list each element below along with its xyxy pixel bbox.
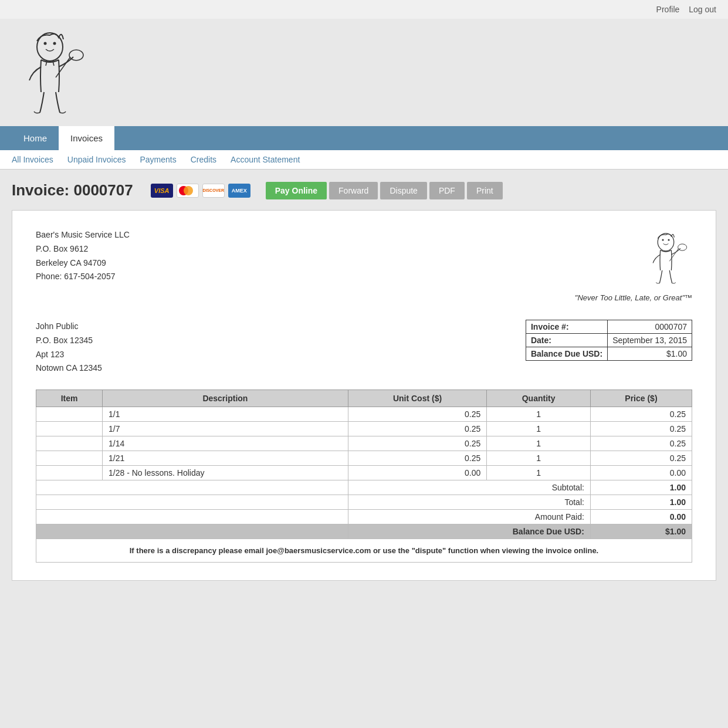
subnav-payments[interactable]: Payments <box>140 155 176 164</box>
balance-due-label: Balance Due USD: <box>348 524 590 539</box>
subnav-all-invoices[interactable]: All Invoices <box>12 155 53 164</box>
table-row: 1/7 0.25 1 0.25 <box>36 422 692 436</box>
svg-point-1 <box>44 42 47 45</box>
forward-button[interactable]: Forward <box>329 182 378 199</box>
amount-paid-value: 0.00 <box>590 510 692 524</box>
row4-qty: 1 <box>487 451 591 466</box>
invoice-num-value: 0000707 <box>608 320 692 334</box>
company-name: Baer's Music Service LLC <box>36 228 130 242</box>
invoice-top-section: Baer's Music Service LLC P.O. Box 9612 B… <box>36 228 692 302</box>
logout-link[interactable]: Log out <box>689 5 716 14</box>
row2-unit-cost: 0.25 <box>348 422 487 436</box>
company-tagline: "Never Too Little, Late, or Great"™ <box>575 293 692 302</box>
row1-qty: 1 <box>487 407 591 422</box>
nav-invoices[interactable]: Invoices <box>59 126 114 150</box>
company-info: Baer's Music Service LLC P.O. Box 9612 B… <box>36 228 130 284</box>
invoice-logo <box>639 228 692 287</box>
table-row: 1/1 0.25 1 0.25 <box>36 407 692 422</box>
amount-paid-label: Amount Paid: <box>348 510 590 524</box>
action-buttons: Pay Online Forward Dispute PDF Print <box>266 182 503 199</box>
invoice-date-value: September 13, 2015 <box>608 334 692 347</box>
row4-price: 0.25 <box>590 451 692 466</box>
row2-price: 0.25 <box>590 422 692 436</box>
row4-item <box>36 451 103 466</box>
svg-point-8 <box>662 239 663 241</box>
row3-desc: 1/14 <box>103 436 348 451</box>
invoice-number-row: Invoice #: 0000707 <box>526 320 692 334</box>
row2-item <box>36 422 103 436</box>
row2-qty: 1 <box>487 422 591 436</box>
pay-online-button[interactable]: Pay Online <box>266 182 327 199</box>
col-item: Item <box>36 390 103 407</box>
subnav-account-statement[interactable]: Account Statement <box>231 155 300 164</box>
invoice-header-row: Invoice: 0000707 VISA DISCOVER AMEX Pay … <box>12 181 716 199</box>
subtotal-row: Subtotal: 1.00 <box>36 480 692 495</box>
table-header-row: Item Description Unit Cost ($) Quantity … <box>36 390 692 407</box>
row4-desc: 1/21 <box>103 451 348 466</box>
row3-item <box>36 436 103 451</box>
amount-paid-empty <box>36 510 348 524</box>
total-label: Total: <box>348 495 590 510</box>
print-button[interactable]: Print <box>467 182 503 199</box>
balance-due-empty <box>36 524 348 539</box>
row5-qty: 1 <box>487 466 591 480</box>
sub-navigation: All Invoices Unpaid Invoices Payments Cr… <box>0 150 728 170</box>
row1-desc: 1/1 <box>103 407 348 422</box>
main-content: Invoice: 0000707 VISA DISCOVER AMEX Pay … <box>0 170 728 592</box>
invoice-date-label: Date: <box>526 334 607 347</box>
row3-unit-cost: 0.25 <box>348 436 487 451</box>
row5-desc: 1/28 - No lessons. Holiday <box>103 466 348 480</box>
row1-item <box>36 407 103 422</box>
col-quantity: Quantity <box>487 390 591 407</box>
pdf-button[interactable]: PDF <box>429 182 465 199</box>
invoice-balance-value: $1.00 <box>608 347 692 361</box>
mastercard-icon <box>177 184 199 198</box>
subtotal-empty <box>36 480 348 495</box>
subnav-credits[interactable]: Credits <box>191 155 216 164</box>
card-icons: VISA DISCOVER AMEX <box>151 184 250 198</box>
subtotal-value: 1.00 <box>590 480 692 495</box>
invoice-balance-row: Balance Due USD: $1.00 <box>526 347 692 361</box>
invoice-num-label: Invoice #: <box>526 320 607 334</box>
subnav-unpaid-invoices[interactable]: Unpaid Invoices <box>67 155 126 164</box>
row4-unit-cost: 0.25 <box>348 451 487 466</box>
row5-price: 0.00 <box>590 466 692 480</box>
table-row: 1/21 0.25 1 0.25 <box>36 451 692 466</box>
balance-due-value: $1.00 <box>590 524 692 539</box>
col-price: Price ($) <box>590 390 692 407</box>
row3-qty: 1 <box>487 436 591 451</box>
billing-address: John Public P.O. Box 12345 Apt 123 Notow… <box>36 320 102 375</box>
svg-point-10 <box>678 244 687 250</box>
svg-point-3 <box>69 50 83 60</box>
visa-icon: VISA <box>151 184 173 198</box>
company-address1: P.O. Box 9612 <box>36 242 130 256</box>
profile-link[interactable]: Profile <box>656 5 680 14</box>
company-logo <box>12 25 88 118</box>
footer-note: If there is a discrepancy please email j… <box>36 539 692 563</box>
billing-address2: Apt 123 <box>36 348 102 362</box>
total-empty <box>36 495 348 510</box>
invoice-balance-label: Balance Due USD: <box>526 347 607 361</box>
invoice-document: Baer's Music Service LLC P.O. Box 9612 B… <box>12 210 716 581</box>
total-row: Total: 1.00 <box>36 495 692 510</box>
amount-paid-row: Amount Paid: 0.00 <box>36 510 692 524</box>
company-phone: Phone: 617-504-2057 <box>36 270 130 284</box>
main-navigation: Home Invoices <box>0 126 728 150</box>
row1-unit-cost: 0.25 <box>348 407 487 422</box>
amex-icon: AMEX <box>228 184 250 198</box>
discover-icon: DISCOVER <box>202 184 225 198</box>
company-address2: Berkeley CA 94709 <box>36 256 130 270</box>
table-row: 1/14 0.25 1 0.25 <box>36 436 692 451</box>
dispute-button[interactable]: Dispute <box>380 182 426 199</box>
items-table: Item Description Unit Cost ($) Quantity … <box>36 390 692 539</box>
table-row: 1/28 - No lessons. Holiday 0.00 1 0.00 <box>36 466 692 480</box>
top-navigation: Profile Log out <box>0 0 728 19</box>
nav-home[interactable]: Home <box>12 126 59 150</box>
billing-address3: Notown CA 12345 <box>36 361 102 375</box>
subtotal-label: Subtotal: <box>348 480 590 495</box>
total-value: 1.00 <box>590 495 692 510</box>
row5-item <box>36 466 103 480</box>
invoice-details: Invoice #: 0000707 Date: September 13, 2… <box>526 320 692 361</box>
svg-point-9 <box>668 239 669 241</box>
col-description: Description <box>103 390 348 407</box>
